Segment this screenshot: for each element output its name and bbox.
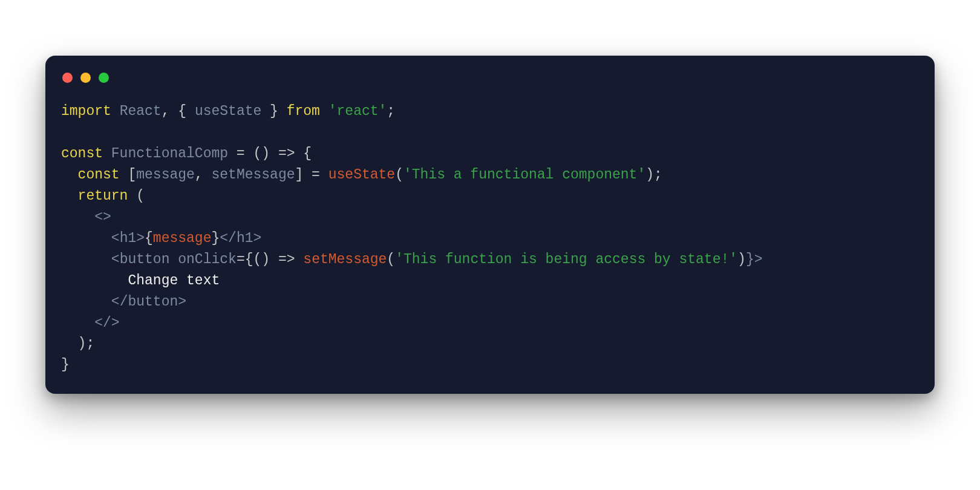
code-line: </> [61, 315, 120, 331]
keyword-from: from [278, 103, 328, 119]
jsx-attr-onclick: onClick [178, 252, 237, 267]
close-icon[interactable] [62, 73, 73, 83]
code-window: import React, { useState } from 'react';… [45, 56, 935, 394]
jsx-button-open: <button [111, 252, 170, 267]
code-block: import React, { useState } from 'react';… [61, 94, 919, 376]
string-initial-message: 'This a functional component' [403, 167, 645, 183]
keyword-const: const [78, 167, 120, 183]
window-titlebar [61, 70, 919, 94]
jsx-fragment-close: </> [94, 315, 119, 331]
jsx-expression-message: message [153, 230, 212, 246]
code-line: const FunctionalComp = () => { [61, 146, 312, 162]
code-line: <h1>{message}</h1> [61, 230, 261, 246]
jsx-h1-close: </h1> [220, 230, 261, 246]
jsx-text-button-label: Change text [128, 273, 220, 289]
identifier-message: message [136, 167, 195, 183]
code-line: import React, { useState } from 'react'; [61, 103, 395, 119]
keyword-return: return [78, 188, 128, 204]
code-line: const [message, setMessage] = useState('… [61, 167, 662, 183]
code-line: } [61, 357, 70, 373]
jsx-fragment-open: <> [94, 209, 111, 225]
code-line: <> [61, 209, 111, 225]
code-line: ); [61, 336, 94, 351]
component-name: FunctionalComp [103, 146, 228, 162]
call-usestate: useState [328, 167, 395, 183]
zoom-icon[interactable] [99, 73, 109, 83]
call-setmessage: setMessage [303, 252, 387, 267]
keyword-import: import [61, 103, 111, 119]
string-react-module: 'react' [328, 103, 387, 119]
code-line: </button> [61, 294, 186, 310]
identifier-react: React [120, 103, 162, 119]
jsx-h1-open: <h1> [111, 230, 145, 246]
code-line: return ( [61, 188, 145, 204]
canvas: import React, { useState } from 'react';… [0, 0, 980, 490]
string-new-message: 'This function is being access by state!… [395, 252, 737, 267]
code-line: Change text [61, 273, 220, 289]
keyword-const: const [61, 146, 103, 162]
identifier-usestate: useState [195, 103, 261, 119]
jsx-button-close: </button> [111, 294, 186, 310]
identifier-setmessage: setMessage [211, 167, 295, 183]
code-line: <button onClick={() => setMessage('This … [61, 252, 763, 267]
minimize-icon[interactable] [80, 73, 91, 83]
